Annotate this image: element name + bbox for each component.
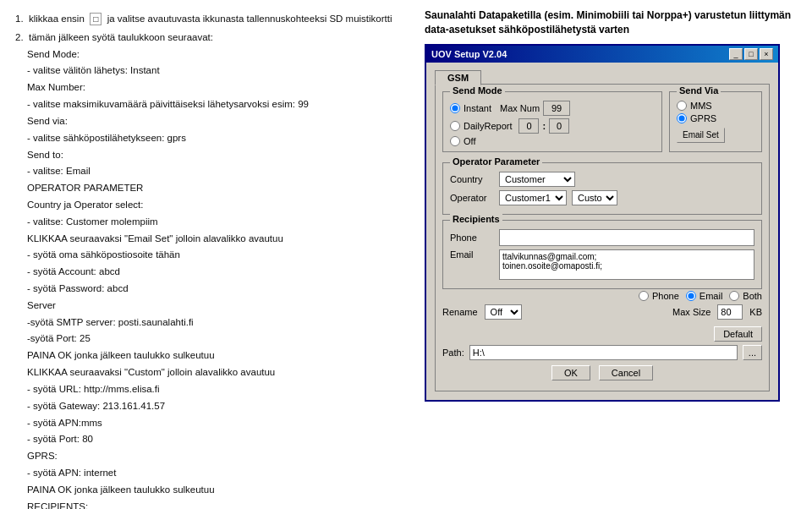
radio-send-both[interactable] [729,291,739,301]
step2-line9: OPERATOR PARAMETER [27,181,399,196]
send-phone-label: Phone [652,291,679,301]
page-heading: Saunalahti Datapaketilla (esim. Minimobi… [425,8,802,37]
radio-instant[interactable] [450,103,460,113]
radio-send-both-row: Both [729,291,762,301]
rename-select[interactable]: Off [485,304,522,320]
max-size-label: Max Size [672,307,710,317]
path-label: Path: [442,348,464,358]
radio-daily[interactable] [450,121,460,131]
time-input-2[interactable] [549,118,569,134]
radio-off-row: Off [450,136,655,146]
ok-button[interactable]: OK [551,365,590,380]
step2-line4: - valitse maksimikuvamäärä päivittäiseks… [27,97,399,112]
kb-label: KB [749,307,762,317]
step2-line5: Send via: [27,114,399,129]
phone-input[interactable] [499,229,754,246]
send-via-label: Send Via [677,85,721,96]
dialog-title: UOV Setup V2.04 [431,49,729,59]
default-btn-row: Default [442,323,762,342]
path-row: Path: ... [442,345,762,360]
heading-line2: data-asetukset sähköpostilähetystä varte… [425,24,629,36]
time-input-1[interactable] [518,118,539,134]
radio-send-phone[interactable] [639,291,649,301]
step2-line25: GPRS: [27,449,399,464]
max-num-input[interactable] [543,101,570,116]
email-label: Email [450,249,494,260]
operator-label: Operator [450,193,494,203]
step2-line26: - syötä APN: internet [27,466,399,481]
send-mode-section: Send Mode Instant Max Num DailyReport : [442,91,662,152]
step2-line11: - valitse: Customer molempiim [27,215,399,230]
minimize-button[interactable]: _ [729,48,743,60]
step2-line23: - syötä APN:mms [27,416,399,431]
tab-content: Send Mode Instant Max Num DailyReport : [435,84,770,391]
radio-send-email[interactable] [686,291,696,301]
send-to-options: Phone Email Both [442,291,762,301]
country-select[interactable]: Customer [499,172,575,187]
path-input[interactable] [469,345,738,360]
step2-line28: RECIPIENTS: [27,500,399,509]
off-label: Off [464,136,475,146]
step1: 1. klikkaa ensin □ ja valitse avautuvast… [15,12,399,27]
step2-line22: - syötä Gateway: 213.161.41.57 [27,399,399,414]
radio-instant-row: Instant Max Num [450,101,655,116]
country-row: Country Customer [450,172,754,187]
step2-line16: Server [27,298,399,314]
radio-off[interactable] [450,136,460,146]
step2-line2: - valitse välitön lähetys: Instant [27,63,399,79]
uov-dialog: UOV Setup V2.04 _ □ × GSM Send Mode [425,44,780,402]
daily-label: DailyReport [464,121,512,131]
instant-label: Instant [464,103,491,113]
step2-line24: - syötä Port: 80 [27,432,399,447]
radio-gprs-row: GPRS [677,113,754,123]
radio-mms-row: MMS [677,101,754,111]
heading-line1: Saunalahti Datapaketilla (esim. Minimobi… [425,9,791,21]
gprs-label: GPRS [690,113,716,123]
step2-line19: PAINA OK jonka jälkeen taulukko sulkeutu… [27,348,399,364]
send-email-label: Email [700,291,723,301]
step2-line8: - valitse: Email [27,164,399,179]
operator-param-label: Operator Parameter [450,156,542,167]
default-button[interactable]: Default [714,326,762,342]
step2-line12: KLIKKAA seuraavaksi "Email Set" jolloin … [27,232,399,247]
step2-line15: - syötä Password: abcd [27,282,399,297]
send-mode-label: Send Mode [450,85,505,96]
rename-maxsize-row: Rename Off Max Size KB [442,304,762,320]
cancel-button[interactable]: Cancel [599,365,653,380]
step2-line27: PAINA OK jonka jälkeen taulukko sulkeutu… [27,483,399,498]
phone-row: Phone [450,229,754,246]
step2-line18: -syötä Port: 25 [27,331,399,347]
tab-bar: GSM [435,69,770,85]
custom-select[interactable]: Custom [572,190,617,205]
step2-line20: KLIKKAA seuraavaksi "Custom" jolloin ala… [27,365,399,380]
close-button[interactable]: × [760,48,773,60]
recipients-label: Recipients [450,214,502,224]
email-input[interactable]: ttalvikunnas@gmail.com; toinen.osoite@om… [499,249,754,280]
operator-param-section: Operator Parameter Country Customer Oper… [442,162,762,215]
tab-gsm[interactable]: GSM [435,70,481,85]
radio-send-email-row: Email [686,291,723,301]
step2-line7: Send to: [27,148,399,163]
rename-label: Rename [442,307,478,317]
max-size-input[interactable] [717,304,743,320]
step2-line6: - valitse sähköpostilähetykseen: gprs [27,131,399,146]
operator-select[interactable]: Customer1 [499,190,567,205]
email-set-button[interactable]: Email Set [677,128,725,143]
radio-send-phone-row: Phone [639,291,679,301]
path-browse-button[interactable]: ... [743,345,762,360]
step2-line13: - syötä oma sähköpostiosoite tähän [27,248,399,263]
email-set-row: Email Set [677,128,754,143]
mms-label: MMS [690,101,712,111]
country-label: Country [450,174,494,184]
email-row: Email ttalvikunnas@gmail.com; toinen.oso… [450,249,754,280]
maximize-button[interactable]: □ [744,48,758,60]
dialog-titlebar: UOV Setup V2.04 _ □ × [426,46,778,63]
radio-gprs[interactable] [677,113,687,123]
radio-mms[interactable] [677,101,687,111]
operator-row: Operator Customer1 Custom [450,190,754,205]
step2-line17: -syötä SMTP server: posti.saunalahti.fi [27,315,399,331]
titlebar-buttons: _ □ × [729,48,773,60]
dialog-footer: OK Cancel [442,360,762,384]
max-num-label: Max Num [500,103,540,113]
step2-line3: Max Number: [27,80,399,96]
